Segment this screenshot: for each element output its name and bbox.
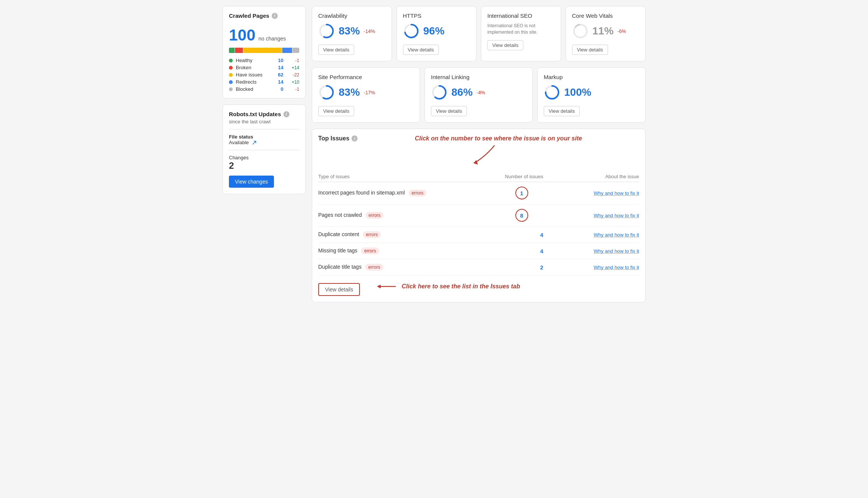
why-link[interactable]: Why and how to fix it [594,190,639,196]
label-healthy: Healthy [236,58,268,63]
view-changes-button[interactable]: View changes [229,176,274,188]
issue-type-cell: Duplicate title tags errors [318,259,474,275]
count-broken: 14 [268,65,283,70]
count-issues: 62 [268,72,283,78]
issue-type-cell: Pages not crawled errors [318,204,474,227]
why-link[interactable]: Why and how to fix it [594,248,639,254]
change-redirects: +10 [284,79,299,85]
why-link[interactable]: Why and how to fix it [594,213,639,218]
segment-redirects [282,48,292,53]
why-link[interactable]: Why and how to fix it [594,265,639,270]
table-row: Duplicate title tags errors2Why and how … [318,259,639,275]
table-row: Pages not crawled errors8Why and how to … [318,204,639,227]
change-healthy: -1 [284,58,299,63]
view-details-issues-button[interactable]: View details [318,283,360,296]
circled-number[interactable]: 1 [515,187,528,199]
count-healthy: 10 [268,58,283,63]
score-card-intl-seo: International SEO International SEO is n… [481,6,561,61]
int-linking-donut [431,84,448,101]
https-view-details-btn[interactable]: View details [403,45,439,55]
site-perf-score-row: 83% -17% [318,84,414,101]
count-redirects: 14 [268,79,283,85]
count-blocked: 0 [268,86,283,92]
table-row: Duplicate content errors4Why and how to … [318,227,639,243]
issue-count-cell[interactable]: 2 [474,259,574,275]
crawled-pages-title: Crawled Pages i [229,12,299,19]
issue-about-cell: Why and how to fix it [574,204,639,227]
score-card-crawlability: Crawlability 83% -14% View details [312,6,392,61]
col-about-header: About the issue [574,171,639,182]
issue-count-cell[interactable]: 1 [474,182,574,204]
intl-seo-view-details-btn[interactable]: View details [487,40,523,50]
crawled-pages-card: Crawled Pages i 100 no changes Healthy 1… [222,6,306,98]
issue-about-cell: Why and how to fix it [574,243,639,259]
annotation-arrow-2 [375,281,398,292]
top-issues-info-icon[interactable]: i [352,135,358,142]
segment-issues [243,48,282,53]
issue-about-cell: Why and how to fix it [574,259,639,275]
markup-score-row: 100% [544,84,639,101]
issue-count-cell[interactable]: 4 [474,243,574,259]
int-linking-title: Internal Linking [431,74,526,80]
legend: Healthy 10 -1 Broken 14 +14 Have issues … [229,58,299,92]
markup-view-details-btn[interactable]: View details [544,106,580,116]
issue-about-cell: Why and how to fix it [574,227,639,243]
dot-healthy [229,59,233,62]
https-donut [403,23,420,39]
site-perf-change: -17% [364,90,375,95]
main-content: Crawlability 83% -14% View details HTTPS [312,6,646,302]
site-perf-view-details-btn[interactable]: View details [318,106,354,116]
cwv-donut [572,23,589,39]
issue-count-cell[interactable]: 8 [474,204,574,227]
crawled-pages-info-icon[interactable]: i [272,13,278,19]
dot-redirects [229,80,233,84]
intl-seo-note: International SEO is not implemented on … [487,23,555,36]
score-cards-bottom: Site Performance 83% -17% View details I… [312,67,646,123]
crawlability-view-details-btn[interactable]: View details [318,45,354,55]
issue-type-cell: Incorrect pages found in sitemap.xml err… [318,182,474,204]
annotation-view-details: Click here to see the list in the Issues… [401,283,520,290]
dot-issues [229,73,233,77]
progress-bar [229,48,299,53]
score-card-int-linking: Internal Linking 86% -4% View details [425,67,533,123]
score-cards-top: Crawlability 83% -14% View details HTTPS [312,6,646,61]
issue-type-cell: Duplicate content errors [318,227,474,243]
external-link-icon[interactable] [252,140,257,145]
change-issues: -22 [284,72,299,78]
top-issues-card: Top Issues i Click on the number to see … [312,129,646,302]
site-perf-donut [318,84,335,101]
score-card-site-perf: Site Performance 83% -17% View details [312,67,420,123]
int-linking-view-details-btn[interactable]: View details [431,106,467,116]
issues-table-header: Type of issues Number of issues About th… [318,171,639,182]
change-broken: +14 [284,65,299,70]
top-issues-title: Top Issues i [318,135,358,142]
https-score-row: 96% [403,23,470,39]
issue-count-cell[interactable]: 4 [474,227,574,243]
crawlability-score: 83% [339,25,360,37]
cwv-score-row: 11% -6% [572,23,639,39]
file-status-value: Available [229,140,299,145]
col-number-header: Number of issues [474,171,574,182]
label-broken: Broken [236,65,268,70]
segment-blocked [292,48,299,53]
label-issues: Have issues [236,72,268,78]
markup-score: 100% [564,86,591,98]
cwv-score: 11% [593,25,614,37]
col-type-header: Type of issues [318,171,474,182]
site-perf-title: Site Performance [318,74,414,80]
markup-donut [544,84,560,101]
cwv-title: Core Web Vitals [572,12,639,19]
why-link[interactable]: Why and how to fix it [594,232,639,238]
svg-marker-13 [377,285,381,288]
changes-count: 2 [229,160,299,171]
dot-broken [229,66,233,70]
table-row: Incorrect pages found in sitemap.xml err… [318,182,639,204]
circled-number[interactable]: 8 [515,209,528,222]
robots-title: Robots.txt Updates i [229,111,299,117]
cwv-view-details-btn[interactable]: View details [572,45,608,55]
issue-badge: errors [409,190,426,196]
score-card-cwv: Core Web Vitals 11% -6% View details [566,6,646,61]
divider-1 [229,129,299,129]
int-linking-change: -4% [476,90,485,95]
robots-info-icon[interactable]: i [283,111,289,117]
